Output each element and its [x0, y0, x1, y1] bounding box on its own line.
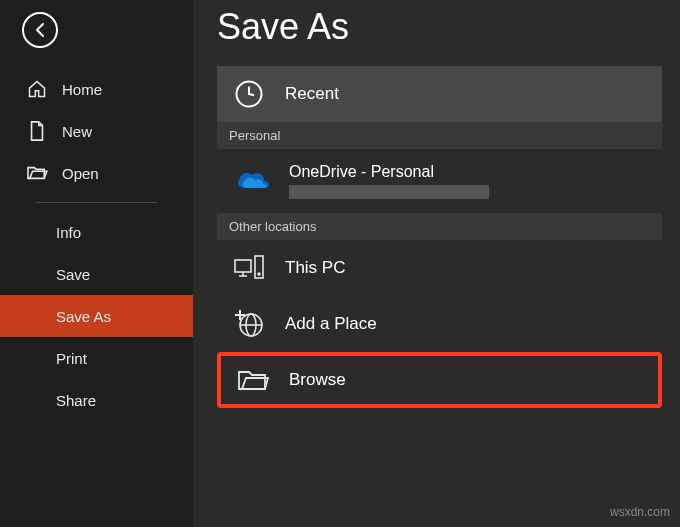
location-label: Browse [289, 370, 346, 390]
pc-icon [233, 252, 265, 284]
onedrive-subtext-redacted [289, 185, 489, 199]
section-header-personal: Personal [217, 122, 662, 149]
svg-rect-1 [235, 260, 251, 272]
back-button[interactable] [22, 12, 58, 48]
location-label: Add a Place [285, 314, 377, 334]
sidebar-item-save[interactable]: Save [0, 253, 193, 295]
document-icon [26, 120, 48, 142]
sidebar-item-label: Open [62, 165, 99, 182]
sidebar-item-label: Info [56, 224, 81, 241]
arrow-left-icon [32, 22, 48, 38]
clock-icon [233, 78, 265, 110]
add-place-icon [233, 308, 265, 340]
location-addplace[interactable]: Add a Place [217, 296, 662, 352]
onedrive-icon [233, 161, 273, 201]
sidebar-item-label: Save [56, 266, 90, 283]
watermark: wsxdn.com [610, 505, 670, 519]
sidebar-item-info[interactable]: Info [0, 211, 193, 253]
sidebar-item-label: Share [56, 392, 96, 409]
location-label: This PC [285, 258, 345, 278]
folder-open-icon [26, 162, 48, 184]
sidebar-item-label: Home [62, 81, 102, 98]
sidebar-item-home[interactable]: Home [0, 68, 193, 110]
section-header-other: Other locations [217, 213, 662, 240]
sidebar-item-label: Print [56, 350, 87, 367]
sidebar-item-label: New [62, 123, 92, 140]
onedrive-name: OneDrive - Personal [289, 163, 489, 181]
location-recent[interactable]: Recent [217, 66, 662, 122]
sidebar-divider [36, 202, 157, 203]
sidebar-item-label: Save As [56, 308, 111, 325]
main-panel: Save As Recent Personal OneDrive - Perso… [193, 0, 680, 527]
sidebar-item-saveas[interactable]: Save As [0, 295, 193, 337]
svg-point-3 [258, 273, 260, 275]
sidebar-item-new[interactable]: New [0, 110, 193, 152]
location-thispc[interactable]: This PC [217, 240, 662, 296]
home-icon [26, 78, 48, 100]
page-title: Save As [217, 6, 662, 48]
sidebar-item-print[interactable]: Print [0, 337, 193, 379]
location-browse[interactable]: Browse [217, 352, 662, 408]
onedrive-text: OneDrive - Personal [289, 163, 489, 199]
sidebar-item-share[interactable]: Share [0, 379, 193, 421]
location-onedrive[interactable]: OneDrive - Personal [217, 149, 662, 213]
location-label: Recent [285, 84, 339, 104]
folder-icon [237, 364, 269, 396]
sidebar-item-open[interactable]: Open [0, 152, 193, 194]
backstage-sidebar: Home New Open Info Save Save As Print S [0, 0, 193, 527]
